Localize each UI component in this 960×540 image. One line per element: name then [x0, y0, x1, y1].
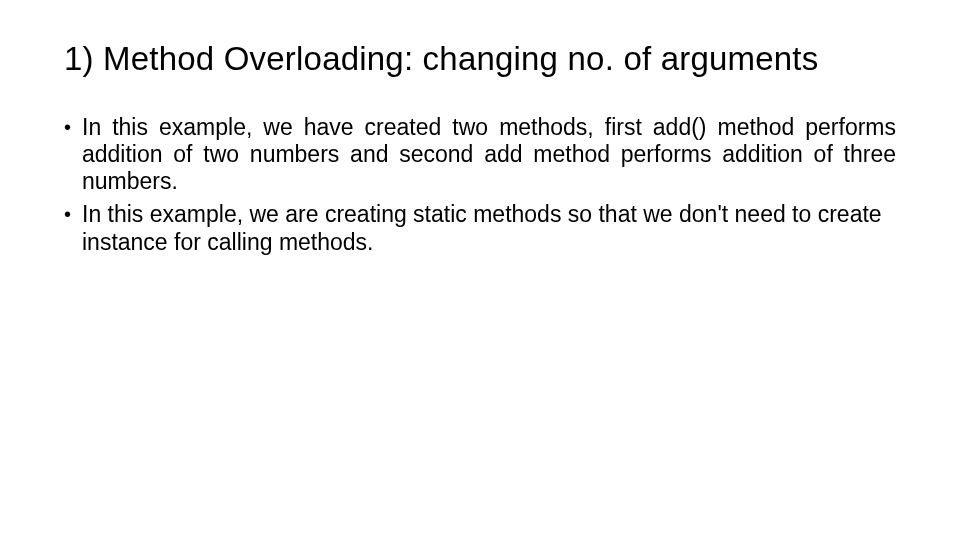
bullet-dot-icon: •	[64, 114, 82, 195]
slide: 1) Method Overloading: changing no. of a…	[0, 0, 960, 540]
slide-content: • In this example, we have created two m…	[64, 114, 896, 256]
bullet-text: In this example, we are creating static …	[82, 201, 896, 255]
slide-title: 1) Method Overloading: changing no. of a…	[64, 40, 896, 78]
bullet-dot-icon: •	[64, 201, 82, 255]
bullet-text: In this example, we have created two met…	[82, 114, 896, 195]
bullet-item: • In this example, we are creating stati…	[64, 201, 896, 255]
bullet-item: • In this example, we have created two m…	[64, 114, 896, 195]
